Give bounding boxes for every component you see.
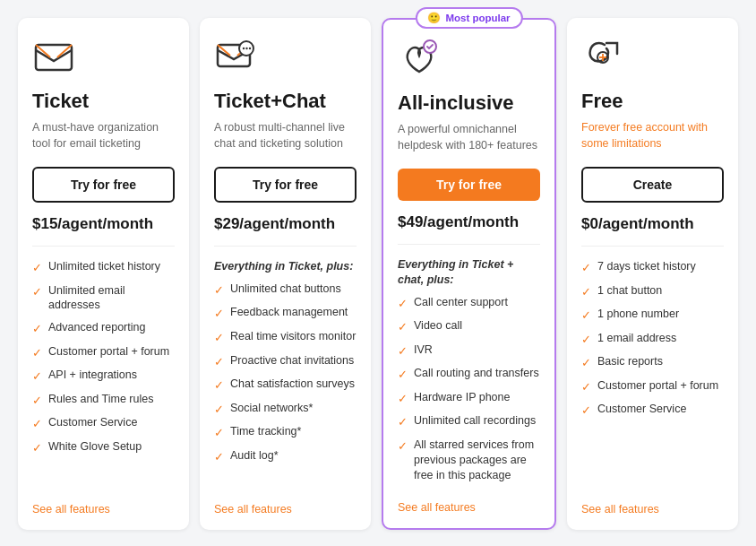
cta-button[interactable]: Create — [581, 167, 724, 203]
divider — [32, 246, 175, 247]
feature-text: API + integrations — [48, 368, 137, 383]
feature-item: ✓ 7 days ticket history — [581, 259, 724, 276]
check-icon: ✓ — [32, 321, 42, 337]
feature-text: Chat satisfaction surveys — [230, 377, 355, 392]
check-icon: ✓ — [398, 343, 408, 360]
feature-item: ✓ Unlimited ticket history — [32, 259, 175, 276]
feature-text: 1 chat button — [597, 283, 662, 299]
svg-point-9 — [249, 48, 251, 49]
check-icon: ✓ — [214, 306, 224, 322]
check-icon: ✓ — [581, 284, 591, 300]
cta-button[interactable]: Try for free — [398, 169, 540, 201]
plan-icon-free — [581, 36, 624, 79]
feature-text: Call center support — [414, 295, 508, 310]
divider — [398, 244, 540, 245]
check-icon: ✓ — [214, 330, 224, 346]
plan-card-all-inclusive: 🙂 Most popular All-inclusiveA powerful o… — [382, 18, 556, 530]
feature-text: Social networks* — [230, 401, 313, 416]
see-all-features[interactable]: See all features — [32, 503, 175, 516]
check-icon: ✓ — [398, 414, 408, 430]
check-icon: ✓ — [32, 440, 42, 456]
feature-item: ✓ Call routing and transfers — [398, 366, 540, 383]
features-list: ✓ 7 days ticket history ✓ 1 chat button … — [581, 259, 724, 492]
plan-name: All-inclusive — [398, 91, 540, 115]
plan-price: $0/agent/month — [581, 215, 724, 233]
feature-item: ✓ Unlimited call recordings — [398, 413, 540, 430]
check-icon: ✓ — [581, 308, 591, 324]
pricing-container: TicketA must-have organization tool for … — [18, 18, 738, 530]
feature-item: ✓ Customer Service — [581, 402, 724, 419]
plan-description: A must-have organization tool for email … — [32, 120, 175, 152]
feature-item: ✓ Audit log* — [214, 448, 357, 465]
plan-price: $15/agent/month — [32, 215, 175, 233]
feature-text: IVR — [414, 342, 433, 358]
feature-text: Unlimited call recordings — [414, 413, 536, 429]
feature-text: Unlimited ticket history — [48, 259, 160, 274]
cta-button[interactable]: Try for free — [214, 167, 357, 203]
check-icon: ✓ — [398, 367, 408, 383]
feature-text: Audit log* — [230, 448, 279, 464]
feature-item: ✓ Customer Service — [32, 415, 175, 432]
svg-point-7 — [243, 48, 245, 49]
plan-card-free: FreeForever free account with some limit… — [567, 18, 738, 530]
check-icon: ✓ — [398, 296, 408, 312]
check-icon: ✓ — [32, 260, 42, 276]
check-icon: ✓ — [214, 377, 224, 394]
feature-text: 1 phone number — [597, 307, 679, 322]
feature-text: Customer Service — [597, 402, 686, 417]
check-icon: ✓ — [581, 332, 591, 348]
feature-item: ✓ Feedback management — [214, 305, 357, 322]
plan-icon-all-inclusive — [398, 38, 441, 81]
plan-card-ticket: TicketA must-have organization tool for … — [18, 18, 189, 530]
feature-item: ✓ Advanced reporting — [32, 320, 175, 337]
see-all-features[interactable]: See all features — [398, 501, 540, 514]
cta-button[interactable]: Try for free — [32, 167, 175, 203]
feature-item: ✓ Hardware IP phone — [398, 390, 540, 407]
check-icon: ✓ — [214, 354, 224, 370]
feature-text: 7 days ticket history — [597, 259, 696, 274]
feature-text: 1 email address — [597, 331, 676, 346]
feature-item: ✓ Unlimited email addresses — [32, 283, 175, 314]
divider — [214, 246, 357, 247]
feature-item: ✓ Video call — [398, 318, 540, 335]
feature-item: ✓ All starred services from previous pac… — [398, 438, 540, 483]
check-icon: ✓ — [214, 402, 224, 418]
smiley-icon: 🙂 — [427, 12, 441, 24]
plan-card-ticket-chat: Ticket+ChatA robust multi-channel live c… — [200, 18, 371, 530]
check-icon: ✓ — [32, 345, 42, 361]
most-popular-badge: 🙂 Most popular — [415, 7, 522, 29]
check-icon: ✓ — [581, 403, 591, 419]
plan-icon-ticket-chat — [214, 36, 257, 79]
feature-item: ✓ White Glove Setup — [32, 439, 175, 456]
check-icon: ✓ — [32, 284, 42, 300]
feature-text: Basic reports — [597, 354, 663, 369]
plan-description: Forever free account with some limitatio… — [581, 120, 724, 152]
check-icon: ✓ — [214, 282, 224, 299]
see-all-features[interactable]: See all features — [581, 503, 724, 516]
plan-price: $49/agent/month — [398, 213, 540, 231]
check-icon: ✓ — [581, 379, 591, 395]
feature-item: ✓ Customer portal + forum — [32, 344, 175, 361]
feature-text: Unlimited chat buttons — [230, 282, 341, 297]
feature-item: ✓ Proactive chat invitations — [214, 353, 357, 370]
check-icon: ✓ — [581, 260, 591, 276]
feature-item: ✓ Chat satisfaction surveys — [214, 377, 357, 394]
feature-text: Proactive chat invitations — [230, 353, 354, 368]
feature-item: ✓ Rules and Time rules — [32, 392, 175, 409]
feature-text: Feedback management — [230, 305, 348, 320]
feature-item: ✓ Call center support — [398, 295, 540, 312]
divider — [581, 246, 724, 247]
most-popular-label: Most popular — [445, 13, 510, 23]
features-list: Everything in Ticket, plus: ✓ Unlimited … — [214, 259, 357, 492]
feature-text: Advanced reporting — [48, 320, 145, 335]
feature-text: Customer portal + forum — [597, 378, 718, 394]
check-icon: ✓ — [32, 393, 42, 409]
feature-item: ✓ IVR — [398, 342, 540, 360]
check-icon: ✓ — [214, 425, 224, 441]
feature-item: ✓ 1 email address — [581, 331, 724, 348]
feature-text: Customer portal + forum — [48, 344, 169, 360]
feature-text: Call routing and transfers — [414, 366, 539, 381]
feature-item: ✓ Social networks* — [214, 401, 357, 418]
see-all-features[interactable]: See all features — [214, 503, 357, 516]
plan-name: Free — [581, 90, 724, 113]
